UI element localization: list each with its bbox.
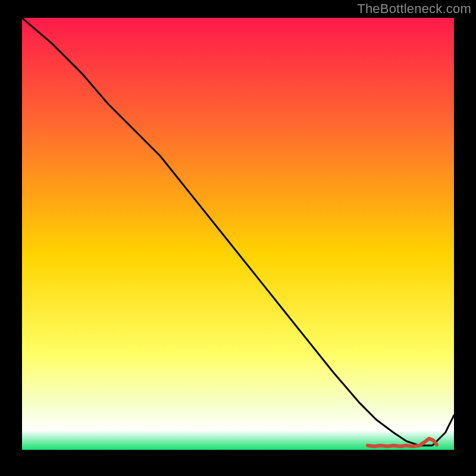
gradient-background: [22, 18, 454, 450]
chart-svg: [22, 18, 454, 450]
attribution-text: TheBottleneck.com: [357, 1, 471, 17]
plot-area: [22, 18, 454, 450]
chart-frame: TheBottleneck.com: [0, 0, 476, 476]
